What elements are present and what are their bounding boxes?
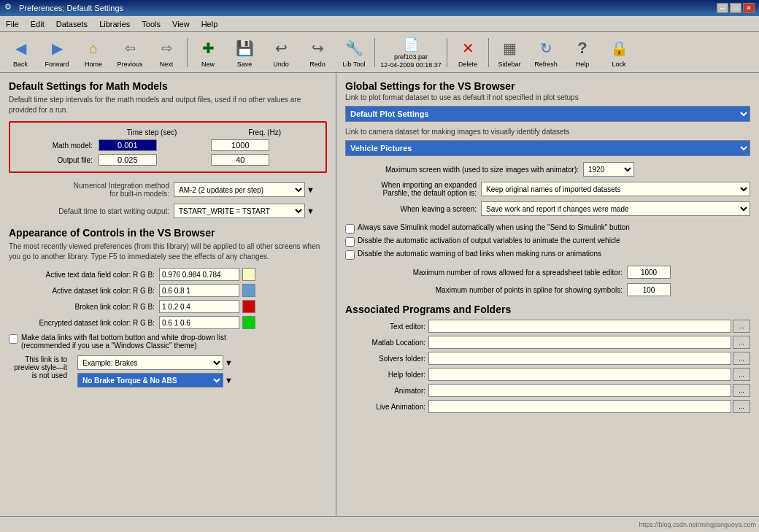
text-editor-input[interactable] [428, 320, 731, 333]
max-points-input[interactable] [627, 283, 671, 296]
broken-link-input[interactable] [159, 300, 239, 313]
check-badlinks[interactable] [345, 250, 355, 260]
matlab-label: Matlab Location: [345, 339, 425, 347]
screen-width-select[interactable]: 1920 [583, 162, 634, 177]
toolbar-separator-2 [374, 38, 375, 67]
preview-dropdown1[interactable]: Example: Brakes [77, 355, 223, 370]
active-dataset-swatch[interactable] [242, 284, 255, 297]
forward-icon: ▶ [45, 36, 69, 60]
refresh-button[interactable]: ↻ Refresh [528, 34, 563, 71]
app-icon: ⚙ [4, 2, 16, 14]
mathmodel-freq[interactable] [211, 139, 269, 151]
libtool-button[interactable]: 🔧 Lib Tool [336, 34, 371, 71]
home-button[interactable]: ⌂ Home [76, 34, 111, 71]
text-editor-label: Text editor: [345, 323, 425, 331]
check-activation[interactable] [345, 237, 355, 247]
text-editor-browse[interactable]: ... [733, 320, 750, 333]
solvers-browse[interactable]: ... [733, 352, 750, 365]
menu-libraries[interactable]: Libraries [93, 18, 136, 30]
save-button[interactable]: 💾 Save [227, 34, 262, 71]
forward-button[interactable]: ▶ Forward [39, 34, 74, 71]
assoc-solvers: Solvers folder: ... [345, 352, 750, 365]
matlab-input[interactable] [428, 336, 731, 349]
appearance-title: Appearance of Controls in the VS Browser [9, 227, 327, 239]
redo-button[interactable]: ↪ Redo [300, 34, 335, 71]
active-text-input[interactable] [159, 268, 239, 281]
vehicle-pictures-select[interactable]: Vehicle Pictures [345, 140, 750, 156]
check-simulink-row: Always save Simulink model automatically… [345, 223, 750, 234]
live-animation-label: Live Animation: [345, 403, 425, 411]
solvers-input[interactable] [428, 352, 731, 365]
integration-select[interactable]: AM-2 (2 updates per step) [174, 182, 305, 197]
previous-button[interactable]: ⇦ Previous [112, 34, 147, 71]
preview-dropdown2-container: No Brake Torque & No ABS ▼ [77, 373, 233, 388]
appearance-desc: The most recently viewed preferences (fr… [9, 242, 327, 262]
animator-browse[interactable]: ... [733, 384, 750, 397]
live-animation-input[interactable] [428, 400, 731, 413]
color-active-text: Active text data field color: R G B: [9, 268, 327, 281]
check-activation-row: Disable the automatic activation of outp… [345, 236, 750, 247]
save-label: Save [237, 61, 253, 68]
menu-file[interactable]: File [0, 18, 25, 30]
math-section-desc: Default time step intervals for the math… [9, 95, 327, 115]
animator-input[interactable] [428, 384, 731, 397]
global-desc: Link to plot format dataset to use as de… [345, 93, 750, 101]
help-folder-browse[interactable]: ... [733, 368, 750, 381]
associated-programs-section: Associated Programs and Folders Text edi… [345, 304, 750, 413]
active-text-swatch[interactable] [242, 268, 255, 281]
menu-edit[interactable]: Edit [25, 18, 50, 30]
menu-view[interactable]: View [166, 18, 196, 30]
toolbar-separator-3 [447, 38, 447, 67]
sidebar-icon: ▦ [498, 36, 521, 60]
default-plot-select[interactable]: Default Plot Settings [345, 106, 750, 122]
maximize-button[interactable]: □ [730, 3, 741, 13]
parsfile-button[interactable]: 📄 pref103.par 12-04-2009 00:18:37 [378, 34, 444, 71]
back-button[interactable]: ◀ Back [3, 34, 38, 71]
libtool-label: Lib Tool [343, 61, 366, 68]
minimize-button[interactable]: ─ [717, 3, 728, 13]
preview-dropdown2[interactable]: No Brake Torque & No ABS [77, 373, 223, 388]
toolbar-separator-1 [187, 38, 188, 67]
broken-link-swatch[interactable] [242, 300, 255, 313]
solvers-label: Solvers folder: [345, 355, 425, 363]
previous-icon: ⇦ [118, 36, 142, 60]
max-rows-input[interactable] [627, 266, 671, 279]
outputfile-timestep[interactable] [99, 154, 157, 166]
menu-help[interactable]: Help [196, 18, 224, 30]
main-content: Default Settings for Math Models Default… [0, 73, 759, 516]
default-plot-row: Default Plot Settings [345, 106, 750, 122]
new-label: New [201, 61, 215, 68]
outputfile-freq[interactable] [211, 154, 269, 166]
back-label: Back [13, 61, 28, 68]
live-animation-browse[interactable]: ... [733, 400, 750, 413]
global-title: Global Settings for the VS Browser [345, 80, 750, 92]
help-button[interactable]: ? Help [565, 34, 600, 71]
import-select[interactable]: Keep original names of imported datasets [481, 182, 750, 196]
lock-button[interactable]: 🔒 Lock [601, 34, 636, 71]
max-rows-setting: Maximum number of rows allowed for a spr… [345, 266, 750, 279]
menu-datasets[interactable]: Datasets [50, 18, 93, 30]
check-simulink[interactable] [345, 224, 355, 234]
flat-bottom-checkbox[interactable] [9, 334, 18, 344]
encrypted-input[interactable] [159, 316, 239, 329]
menu-tools[interactable]: Tools [136, 18, 166, 30]
start-write-select[interactable]: TSTART_WRITE = TSTART [174, 204, 305, 218]
help-folder-input[interactable] [428, 368, 731, 381]
encrypted-swatch[interactable] [242, 316, 255, 329]
vehicle-pictures-row: Vehicle Pictures [345, 140, 750, 156]
import-row: When importing an expanded Parsfile, the… [345, 181, 750, 197]
next-button[interactable]: ⇨ Next [149, 34, 184, 71]
matlab-browse[interactable]: ... [733, 336, 750, 349]
max-points-setting: Maximum number of points in spline for s… [345, 283, 750, 296]
mathmodel-timestep[interactable] [99, 139, 157, 151]
toolbar-separator-4 [488, 38, 489, 67]
start-write-dropdown-arrow: ▼ [307, 207, 315, 215]
sidebar-button[interactable]: ▦ Sidebar [492, 34, 527, 71]
close-button[interactable]: ✕ [743, 3, 755, 13]
leaving-select[interactable]: Save work and report if changes were mad… [481, 201, 750, 216]
active-dataset-input[interactable] [159, 284, 239, 297]
delete-button[interactable]: ✕ Delete [450, 34, 485, 71]
new-button[interactable]: ✚ New [190, 34, 226, 71]
back-icon: ◀ [9, 36, 32, 60]
undo-button[interactable]: ↩ Undo [263, 34, 298, 71]
